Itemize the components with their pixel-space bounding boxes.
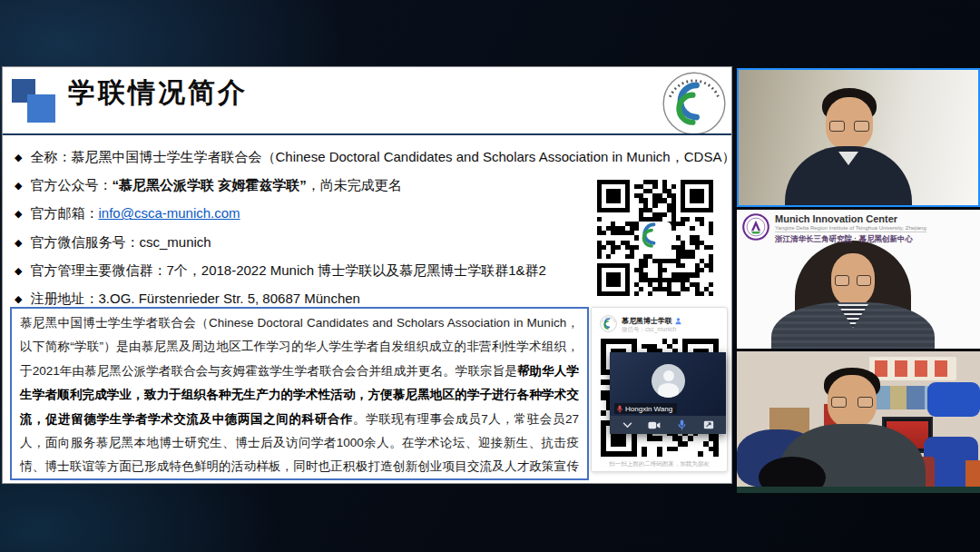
title-divider (3, 133, 731, 135)
avatar (652, 364, 685, 398)
description-part1: 慕尼黑中国博士学生学者联合会（Chinese Doctoral Candidat… (20, 316, 579, 378)
bullet-label: 官方邮箱： (30, 205, 98, 221)
camera-icon[interactable] (644, 417, 664, 433)
bullet-bold-text: “慕尼黑公派学联 亥姆霍兹学联” (112, 177, 306, 192)
diamond-bullet-icon: ◆ (15, 293, 22, 304)
participant-video-top[interactable] (737, 68, 980, 207)
munich-innovation-center-logo-icon (742, 213, 769, 241)
wechat-card-title: 慕尼黑博士学联 (622, 316, 681, 326)
association-logo-icon (662, 71, 727, 136)
bullet-label: 全称： (30, 149, 71, 164)
org-header: Munich Innovation Center Yangtze Delta R… (742, 213, 926, 245)
official-account-qr-code (597, 180, 713, 296)
wechat-card-logo-icon (600, 315, 617, 332)
diamond-bullet-icon: ◆ (15, 208, 22, 219)
bullet-text: csc_munich (139, 234, 211, 250)
self-video-overlay-window[interactable]: Hongxin Wang (610, 352, 726, 434)
glasses-lens (858, 397, 873, 408)
title-decoration-square-light (27, 94, 55, 123)
blue-bag-top (927, 382, 980, 417)
person-glasses (835, 275, 871, 286)
avatar-head-shape (663, 370, 674, 381)
shelf-banner (869, 357, 956, 380)
glasses-lens (835, 275, 849, 286)
wechat-card-subtitle: 微信号：csc_munich (622, 326, 676, 334)
bullet-label: 官方微信服务号： (30, 234, 139, 250)
diamond-bullet-icon: ◆ (15, 180, 22, 191)
participant-name-tag: Hongxin Wang (614, 403, 677, 414)
bullet-label: 官方公众号： (30, 177, 112, 192)
bullet-label: 注册地址： (30, 291, 98, 306)
org-subtitle: Yangtze Delta Region Institute of Tsingh… (775, 225, 926, 232)
qr-center-logo-icon (639, 222, 671, 254)
muted-mic-icon (617, 405, 622, 413)
chevron-down-icon[interactable] (617, 417, 637, 433)
glasses-lens (854, 121, 869, 132)
bullet-label: 官方管理主要微信群： (30, 262, 166, 278)
glasses-lens (857, 275, 871, 286)
wechat-card-caption: 扫一扫上面的二维码图案，加我为朋友 (592, 460, 727, 468)
association-description-box: 慕尼黑中国博士学生学者联合会（Chinese Doctoral Candidat… (10, 307, 589, 480)
bullet-text: 7个，2018-2022 Munich 博士学联以及慕尼黑博士学联群1&群2 (166, 262, 545, 278)
participant-video-middle[interactable]: Munich Innovation Center Yangtze Delta R… (737, 210, 980, 349)
org-name: Munich Innovation Center (775, 213, 926, 224)
person-glasses (831, 397, 873, 409)
org-subtitle-chinese: 浙江清华长三角研究院 · 慕尼黑创新中心 (775, 234, 926, 245)
meeting-window: 学联情况简介 ◆全称：慕尼黑中国博士学生学者联合会（Chinese Doctor… (0, 0, 980, 552)
orange-object (965, 460, 980, 489)
desk-edge (737, 487, 980, 493)
microphone-icon[interactable] (671, 417, 691, 433)
participant-video-bottom[interactable] (737, 351, 980, 493)
pop-out-icon[interactable] (699, 417, 719, 433)
glasses-lens (829, 121, 845, 132)
glasses-lens (831, 397, 847, 408)
bullet-text: 慕尼黑中国博士学生学者联合会（Chinese Doctoral Candidat… (71, 149, 735, 164)
email-link[interactable]: info@csca-munich.com (98, 205, 240, 221)
diamond-bullet-icon: ◆ (15, 237, 22, 248)
diamond-bullet-icon: ◆ (15, 265, 22, 276)
overlay-control-bar (610, 416, 726, 434)
person-icon (675, 318, 681, 325)
bullet-text: ，尚未完成更名 (307, 177, 402, 192)
bullet-text: 3.OG. Fürstenrieder Str. 5, 80687 Münche… (98, 291, 360, 306)
person-glasses (829, 121, 869, 133)
avatar-torso-shape (658, 383, 679, 398)
slide-title: 学联情况简介 (68, 74, 248, 112)
self-video-area: Hongxin Wang (610, 352, 726, 416)
diamond-bullet-icon: ◆ (15, 152, 22, 163)
bullet-item: ◆全称：慕尼黑中国博士学生学者联合会（Chinese Doctoral Cand… (15, 143, 731, 171)
